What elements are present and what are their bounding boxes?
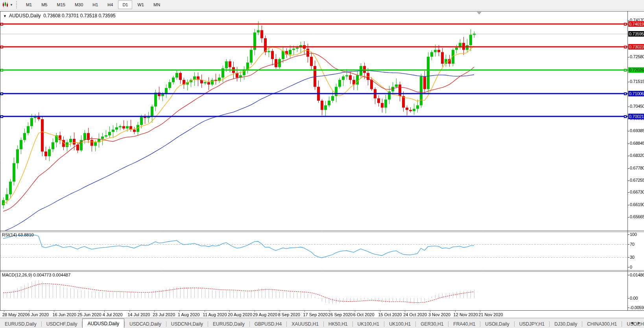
date-label: 6 Jun 2020 [28,312,49,317]
date-label: 21 Nov 2020 [478,312,503,317]
date-label: 15 Oct 2020 [378,312,402,317]
date-label: 24 Oct 2020 [403,312,427,317]
price-badge: 0.71006 [628,91,644,96]
price-badge: 0.73023 [628,44,644,50]
timeframe-button-H4[interactable]: H4 [103,0,117,9]
date-label: 25 Jun 2020 [78,312,101,317]
date-label: 29 Aug 2020 [253,312,277,317]
price-axis-label: 0.66190 [630,202,644,207]
tab-UK100-H1[interactable]: UK100,H1 [384,320,415,328]
price-axis-label: 0.67255 [630,178,644,182]
timeframe-button-H1[interactable]: H1 [88,0,102,9]
chart-symbol-label: AUDUSD,Daily [9,13,41,18]
date-label: 1 Aug 2020 [178,312,200,317]
chevron-down-icon[interactable]: ▼ [10,3,13,7]
price-axis-label: 0.68845 [630,141,644,146]
tab-USDCHF-Daily[interactable]: USDCHF,Daily [42,320,82,328]
tab-HK50-H1[interactable]: HK50,H1 [324,320,352,328]
date-label: 6 Oct 2020 [353,312,375,317]
timeframe-button-M1[interactable]: M1 [22,0,36,9]
price-axis-label: 0.70450 [630,104,644,109]
tab-UK100-H1[interactable]: UK100,H1 [353,320,384,328]
tab-GBPUSD-H4[interactable]: GBPUSD,H4 [250,320,286,328]
chart-type-icon[interactable] [2,1,9,8]
tab-EURUSD-Daily[interactable]: EURUSD,Daily [0,320,41,328]
date-label: 8 Sep 2020 [278,312,300,317]
tab-CHINA300-H1[interactable]: CHINA300,H1 [582,320,622,328]
date-label: 23 Jul 2020 [153,312,175,317]
timeframe-button-MN[interactable]: MN [149,0,164,9]
chart-canvas[interactable] [0,11,644,328]
chart-window [0,11,644,311]
price-badge: 0.73595 [628,31,644,37]
tab-EURUSD-Daily[interactable]: EURUSD,Daily [208,320,249,328]
tab-FRA40-H1[interactable]: FRA40,H1 [448,320,480,328]
date-label: 26 Sep 2020 [328,312,352,317]
tab-DJ30-Daily[interactable]: DJ30,Daily [550,320,582,328]
timeframe-button-M15[interactable]: M15 [52,0,69,9]
rsi-scale-label: 70 [630,242,635,247]
chart-tabs: EURUSD,DailyUSDCHF,DailyAUDUSD,DailyUSDC… [0,319,644,328]
date-label: 16 Jun 2020 [52,312,76,317]
macd-indicator-label: MACD(12,26,9) 0.004773 0.004487 [2,273,70,277]
date-label: 3 Nov 2020 [428,312,450,317]
tab-scroll-left-icon[interactable]: ◄ [630,321,634,325]
chart-tabbar: EURUSD,DailyUSDCHF,DailyAUDUSD,DailyUSDC… [0,318,644,328]
rsi-scale-label: 100 [630,232,637,237]
chart-shift-marker[interactable] [477,12,482,15]
price-axis-label: 0.67780 [630,166,644,170]
macd-scale-label: 0.014861 [630,273,644,277]
timeframe-button-M5[interactable]: M5 [37,0,52,9]
macd-scale-label: -0.005938 [630,305,644,310]
date-label: 17 Sep 2020 [303,312,327,317]
mt4-window: ▼ M1M5M15M30H1H4D1W1MN ▼AUDUSD,Daily 0.7… [0,0,644,328]
timeframe-button-D1[interactable]: D1 [118,0,132,9]
price-axis-label: 0.66730 [630,190,644,194]
tab-scroll-right-icon[interactable]: ► [637,321,641,325]
macd-scale-label: 0.00 [630,296,638,300]
price-axis-label: 0.68320 [630,153,644,158]
rsi-scale-label: 30 [630,255,635,260]
tab-XAUUSD-H1[interactable]: XAUUSD,H1 [287,320,323,328]
date-label: 4 Jul 2020 [103,312,123,317]
date-label: 28 May 2020 [2,312,28,317]
price-axis-label: 0.65665 [630,214,644,219]
price-badge: 0.70021 [628,114,644,119]
chart-collapse-icon[interactable]: ▼ [3,14,7,18]
price-badge: 0.74019 [628,21,644,27]
rsi-indicator-label: RSI(14) 63.8810 [2,232,34,237]
timeframe-buttons: M1M5M15M30H1H4D1W1MN [21,0,165,9]
timeframe-button-W1[interactable]: W1 [133,0,148,9]
timeframe-button-M30[interactable]: M30 [70,0,87,9]
timeframe-toolbar: ▼ M1M5M15M30H1H4D1W1MN [0,0,644,10]
price-badge: 0.72026 [628,67,644,73]
tab-USDCNH-Daily[interactable]: USDCNH,Daily [166,320,208,328]
tab-AUDUSD-Daily[interactable]: AUDUSD,Daily [82,319,124,328]
date-label: 12 Nov 2020 [454,312,478,317]
price-axis-label: 0.71515 [630,79,644,84]
date-label: 20 Aug 2020 [228,312,252,317]
chart-ohlc-values: 0.73608 0.73701 0.73518 0.73595 [43,13,116,18]
rsi-scale-label: 0 [630,265,632,269]
date-label: 14 Jul 2020 [128,312,150,317]
date-label: 11 Aug 2020 [203,312,227,317]
tab-USOil-Daily[interactable]: USOil,Daily [480,320,514,328]
price-axis-label: 0.72580 [630,54,644,59]
price-axis-label: 0.69385 [630,128,644,133]
tab-USDJPY-H1[interactable]: USDJPY,H1 [515,320,549,328]
tab-USDCAD-Daily[interactable]: USDCAD,Daily [125,320,166,328]
tab-GER30-H1[interactable]: GER30,H1 [416,320,448,328]
toolbar-gripper[interactable] [16,1,18,8]
chart-title: ▼AUDUSD,Daily 0.73608 0.73701 0.73518 0.… [3,13,116,18]
